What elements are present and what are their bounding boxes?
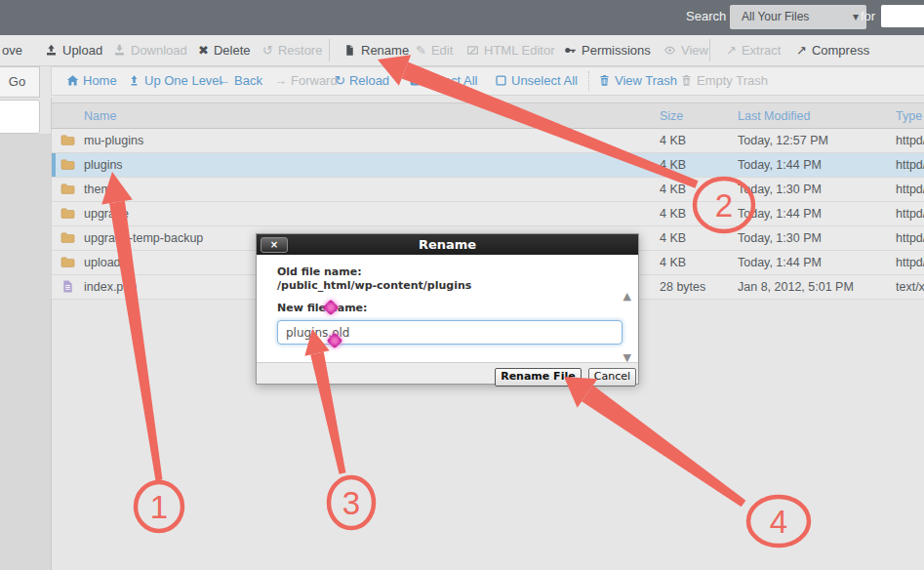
folder-icon — [60, 230, 76, 245]
empty-checkbox-icon — [495, 74, 507, 87]
top-search-bar: Search All Your Files ▾ for — [0, 0, 924, 35]
toolbar-item-html-editor[interactable]: HTML Editor — [466, 35, 554, 65]
navigation-toolbar: Home Up One Level ←Back →Forward ↻Reload… — [51, 66, 924, 96]
nav-item-back[interactable]: ←Back — [218, 67, 262, 95]
file-type: httpd/unix-directory — [896, 251, 924, 274]
download-icon — [113, 44, 126, 57]
file-size: 28 bytes — [660, 275, 705, 299]
nav-item-view-trash[interactable]: View Trash — [598, 67, 677, 95]
file-size: 4 KB — [660, 202, 686, 225]
file-type: httpd/unix-directory — [896, 153, 924, 177]
chevron-down-icon: ▾ — [853, 5, 859, 29]
file-modified: Today, 1:44 PM — [738, 251, 822, 274]
file-actions-toolbar: ove Upload Download ✖Delete ↺Restore Ren… — [0, 35, 924, 66]
table-row[interactable]: mu-plugins 4 KB Today, 12:57 PM httpd/un… — [51, 129, 924, 153]
table-row[interactable]: upgrade 4 KB Today, 1:44 PM httpd/unix-d… — [51, 202, 924, 226]
up-arrow-icon — [128, 74, 141, 87]
search-input[interactable] — [881, 5, 924, 27]
html-editor-icon — [466, 44, 479, 57]
file-name: upgrade-temp-backup — [84, 226, 203, 250]
selection-indicator — [52, 153, 56, 177]
folder-icon — [60, 157, 76, 172]
toolbar-item-permissions[interactable]: Permissions — [564, 35, 651, 65]
reload-icon: ↻ — [335, 73, 345, 88]
key-icon — [564, 44, 577, 57]
edit-pencil-icon: ✎ — [416, 43, 426, 58]
column-header-modified[interactable]: Last Modified — [738, 103, 810, 129]
forward-arrow-icon: → — [274, 73, 287, 88]
nav-separator — [588, 71, 590, 91]
nav-item-forward[interactable]: →Forward — [274, 67, 338, 95]
toolbar-item-delete[interactable]: ✖Delete — [198, 35, 250, 65]
scroll-up-icon[interactable]: ▲ — [623, 290, 631, 303]
table-row[interactable]: themes 4 KB Today, 1:30 PM httpd/unix-di… — [51, 178, 924, 202]
toolbar-item-view[interactable]: View — [663, 35, 708, 65]
file-modified: Jan 8, 2012, 5:01 PM — [738, 275, 854, 299]
file-type: httpd/unix-directory — [896, 178, 924, 201]
folder-icon — [60, 255, 76, 269]
nav-item-home[interactable]: Home — [66, 67, 117, 95]
toolbar-item-compress[interactable]: ↗Compress — [796, 35, 869, 65]
restore-icon: ↺ — [262, 43, 273, 58]
cancel-button[interactable]: Cancel — [588, 368, 636, 387]
search-scope-select[interactable]: All Your Files ▾ — [730, 5, 866, 29]
toolbar-item-download[interactable]: Download — [113, 35, 187, 65]
directory-tree-panel[interactable] — [0, 100, 40, 134]
annotation-arrow-4 — [582, 386, 745, 508]
file-size: 4 KB — [660, 251, 686, 274]
file-size: 4 KB — [660, 129, 686, 152]
rename-file-icon — [343, 44, 356, 57]
file-manager-page: Search All Your Files ▾ for ove Upload D… — [0, 0, 924, 570]
dialog-title-bar[interactable]: × Rename — [257, 234, 638, 255]
nav-item-select-all[interactable]: Select All — [409, 67, 477, 95]
table-header-row: Name Size Last Modified Type — [51, 102, 924, 129]
column-header-type[interactable]: Type — [896, 103, 922, 129]
file-modified: Today, 1:30 PM — [738, 226, 822, 250]
close-icon[interactable]: × — [261, 237, 288, 253]
for-label: for — [861, 9, 875, 23]
folder-icon — [60, 133, 76, 147]
file-size: 4 KB — [660, 178, 686, 201]
compress-icon: ↗ — [796, 43, 807, 58]
trash-icon — [598, 74, 611, 87]
file-modified: Today, 12:57 PM — [738, 129, 828, 152]
annotation-number-3: 3 — [342, 485, 360, 521]
dialog-footer: Rename File Cancel — [257, 362, 638, 384]
toolbar-item-rename[interactable]: Rename — [343, 35, 409, 65]
nav-item-unselect-all[interactable]: Unselect All — [495, 67, 578, 95]
nav-item-reload[interactable]: ↻Reload — [335, 67, 389, 95]
left-sidebar — [0, 134, 51, 570]
file-name: mu-plugins — [84, 129, 143, 152]
annotation-number-1: 1 — [150, 489, 168, 525]
back-arrow-icon: ← — [218, 73, 230, 88]
table-row-selected[interactable]: plugins 4 KB Today, 1:44 PM httpd/unix-d… — [51, 153, 924, 178]
rename-file-button[interactable]: Rename File — [495, 368, 581, 387]
file-size: 4 KB — [660, 226, 686, 250]
go-button[interactable]: Go — [0, 66, 40, 98]
annotation-circle-4 — [748, 497, 809, 546]
toolbar-item-extract[interactable]: ↗Extract — [726, 35, 781, 65]
column-header-name[interactable]: Name — [84, 103, 116, 129]
file-name: themes — [84, 178, 124, 201]
dialog-title: Rename — [419, 237, 476, 252]
file-modified: Today, 1:44 PM — [738, 153, 822, 177]
folder-icon — [60, 206, 76, 221]
column-header-size[interactable]: Size — [660, 103, 683, 129]
file-modified: Today, 1:30 PM — [738, 178, 822, 201]
toolbar-separator — [329, 39, 330, 61]
file-type: httpd/unix-directory — [896, 129, 924, 152]
toolbar-item-move[interactable]: ove — [2, 35, 22, 65]
file-name: uploads — [84, 251, 127, 274]
nav-item-up-one-level[interactable]: Up One Level — [128, 67, 222, 95]
search-label: Search — [686, 9, 726, 23]
file-document-icon — [60, 279, 76, 294]
file-size: 4 KB — [660, 153, 686, 177]
nav-item-empty-trash[interactable]: Empty Trash — [680, 67, 768, 95]
annotation-circle-3 — [329, 477, 374, 528]
extract-icon: ↗ — [726, 43, 737, 58]
old-file-name-label: Old file name: — [277, 265, 619, 279]
toolbar-item-upload[interactable]: Upload — [45, 35, 102, 65]
toolbar-item-restore[interactable]: ↺Restore — [262, 35, 322, 65]
toolbar-item-edit[interactable]: ✎Edit — [416, 35, 453, 65]
toolbar-separator — [709, 39, 710, 61]
